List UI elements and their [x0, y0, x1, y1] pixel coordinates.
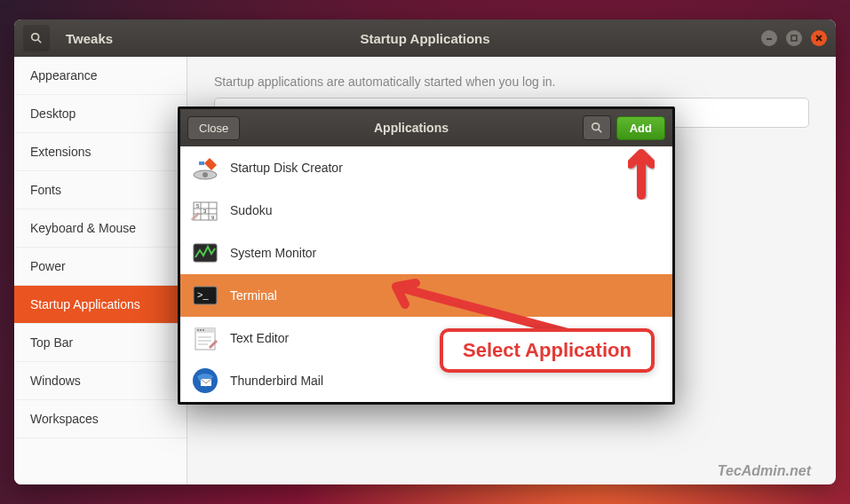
app-item-label: Text Editor: [230, 331, 289, 345]
svg-rect-10: [199, 161, 204, 165]
annotation-callout: Select Application: [440, 328, 655, 373]
dialog-search-button[interactable]: [583, 115, 611, 140]
window-controls: [761, 30, 827, 46]
svg-rect-3: [791, 35, 797, 41]
content-description: Startup applications are automatically s…: [214, 75, 809, 89]
sidebar-item[interactable]: Extensions: [14, 133, 187, 171]
disk-creator-icon: [189, 152, 221, 184]
sidebar-item[interactable]: Workspaces: [14, 400, 187, 438]
window-title: Startup Applications: [360, 31, 489, 46]
svg-point-25: [200, 329, 202, 331]
app-item-label: Terminal: [230, 288, 277, 303]
sidebar-item[interactable]: Power: [14, 248, 187, 286]
dialog-close-button[interactable]: Close: [187, 116, 240, 140]
app-item-label: Startup Disk Creator: [230, 161, 343, 175]
sidebar-item[interactable]: Windows: [14, 362, 187, 400]
app-list-item[interactable]: >_Terminal: [180, 274, 672, 317]
app-item-label: Sudoku: [230, 203, 272, 217]
app-list-item[interactable]: Startup Disk Creator: [180, 146, 672, 189]
titlebar: Tweaks Startup Applications: [14, 20, 836, 57]
svg-text:>_: >_: [197, 289, 209, 300]
app-item-label: System Monitor: [230, 246, 316, 260]
minimize-button[interactable]: [761, 30, 777, 46]
search-icon: [30, 32, 43, 44]
watermark: TecAdmin.net: [718, 463, 811, 479]
add-button[interactable]: Add: [616, 116, 665, 140]
search-icon: [591, 122, 603, 134]
sidebar-item[interactable]: Desktop: [14, 95, 187, 133]
svg-point-9: [203, 172, 208, 177]
sidebar-item[interactable]: Startup Applications: [14, 286, 187, 324]
svg-point-6: [592, 123, 599, 130]
sidebar-item[interactable]: Appearance: [14, 57, 187, 95]
titlebar-search-button[interactable]: [23, 25, 50, 51]
app-list-item[interactable]: System Monitor: [180, 232, 672, 274]
monitor-icon: [189, 237, 221, 269]
close-button[interactable]: [811, 30, 827, 46]
editor-icon: [189, 322, 221, 354]
sudoku-icon: 539: [189, 194, 221, 226]
app-item-label: Thunderbird Mail: [230, 374, 323, 388]
sidebar-item[interactable]: Fonts: [14, 171, 187, 209]
svg-point-24: [197, 329, 199, 331]
maximize-button[interactable]: [786, 30, 802, 46]
dialog-header: Close Applications Add: [180, 109, 672, 146]
app-name: Tweaks: [66, 31, 113, 46]
svg-point-0: [32, 34, 39, 41]
sidebar: AppearanceDesktopExtensionsFontsKeyboard…: [14, 57, 187, 484]
sidebar-item[interactable]: Top Bar: [14, 324, 187, 362]
dialog-title: Applications: [240, 121, 582, 135]
svg-line-7: [598, 130, 601, 133]
app-list-item[interactable]: 539Sudoku: [180, 189, 672, 232]
sidebar-item[interactable]: Keyboard & Mouse: [14, 209, 187, 248]
terminal-icon: >_: [189, 280, 221, 311]
svg-line-1: [38, 40, 42, 43]
svg-point-26: [203, 329, 204, 331]
thunderbird-icon: [189, 365, 221, 397]
